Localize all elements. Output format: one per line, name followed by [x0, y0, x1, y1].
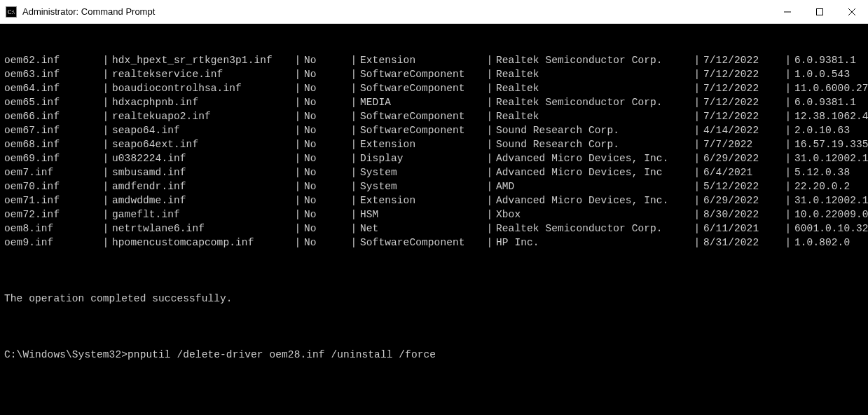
table-row: oem62.inf|hdx_hpext_sr_rtkgen3p1.inf|No|…: [4, 53, 868, 67]
driver-table: oem62.inf|hdx_hpext_sr_rtkgen3p1.inf|No|…: [4, 53, 868, 250]
col-version: 16.57.19.3353: [794, 137, 868, 151]
table-row: oem68.inf|seapo64ext.inf|No|Extension|So…: [4, 137, 868, 151]
col-class: Display: [360, 151, 483, 165]
col-date: 6/4/2021: [703, 165, 782, 179]
col-class: SoftwareComponent: [360, 109, 483, 123]
col-provider: Xbox: [496, 208, 691, 222]
col-date: 4/14/2022: [703, 123, 782, 137]
window-title: Administrator: Command Prompt: [22, 6, 771, 17]
col-inbox: No: [304, 137, 347, 151]
col-class: SoftwareComponent: [360, 236, 483, 250]
col-date: 7/7/2022: [703, 137, 782, 151]
col-date: 7/12/2022: [703, 53, 782, 67]
col-provider: Realtek Semiconductor Corp.: [496, 53, 691, 67]
col-date: 5/12/2022: [703, 179, 782, 193]
col-published-name: oem68.inf: [4, 137, 99, 151]
col-original-name: realtekservice.inf: [112, 67, 291, 81]
col-original-name: amdwddme.inf: [112, 193, 291, 208]
close-button[interactable]: [836, 0, 868, 23]
col-provider: Realtek Semiconductor Corp.: [496, 95, 691, 109]
col-class: Extension: [360, 53, 483, 67]
col-original-name: smbusamd.inf: [112, 165, 291, 179]
prompt-path: C:\Windows\System32>: [4, 349, 128, 360]
table-row: oem8.inf|netrtwlane6.inf|No|Net|Realtek …: [4, 222, 868, 236]
table-row: oem66.inf|realtekuapo2.inf|No|SoftwareCo…: [4, 109, 868, 123]
table-row: oem7.inf|smbusamd.inf|No|System|Advanced…: [4, 165, 868, 179]
table-row: oem72.inf|gameflt.inf|No|HSM|Xbox|8/30/2…: [4, 208, 868, 222]
col-original-name: gameflt.inf: [112, 208, 291, 222]
col-version: 12.38.1062.41: [794, 109, 868, 123]
col-date: 8/31/2022: [703, 236, 782, 250]
table-row: oem64.inf|boaudiocontrolhsa.inf|No|Softw…: [4, 81, 868, 95]
col-date: 7/12/2022: [703, 81, 782, 95]
col-provider: Advanced Micro Devices, Inc.: [496, 151, 691, 165]
col-provider: Realtek: [496, 81, 691, 95]
window-controls: [771, 0, 868, 23]
col-published-name: oem8.inf: [4, 222, 99, 236]
minimize-icon: [784, 8, 791, 15]
col-published-name: oem70.inf: [4, 179, 99, 193]
col-date: 6/29/2022: [703, 151, 782, 165]
maximize-button[interactable]: [804, 0, 836, 23]
col-class: HSM: [360, 208, 483, 222]
minimize-button[interactable]: [771, 0, 804, 23]
col-version: 6001.0.10.329: [794, 222, 868, 236]
titlebar[interactable]: C:\ Administrator: Command Prompt: [0, 0, 868, 24]
col-inbox: No: [304, 236, 347, 250]
col-inbox: No: [304, 165, 347, 179]
col-version: 5.12.0.38: [794, 165, 868, 179]
col-version: 31.0.12002.1002: [794, 151, 868, 165]
maximize-icon: [816, 8, 823, 15]
col-provider: Sound Research Corp.: [496, 123, 691, 137]
col-provider: Realtek: [496, 67, 691, 81]
col-inbox: No: [304, 179, 347, 193]
col-class: System: [360, 165, 483, 179]
table-row: oem70.inf|amdfendr.inf|No|System|AMD|5/1…: [4, 179, 868, 193]
col-original-name: hpomencustomcapcomp.inf: [112, 236, 291, 250]
col-published-name: oem72.inf: [4, 208, 99, 222]
col-provider: Realtek Semiconductor Corp.: [496, 222, 691, 236]
col-original-name: seapo64ext.inf: [112, 137, 291, 151]
col-original-name: realtekuapo2.inf: [112, 109, 291, 123]
table-row: oem69.inf|u0382224.inf|No|Display|Advanc…: [4, 151, 868, 165]
col-provider: Advanced Micro Devices, Inc.: [496, 193, 691, 208]
table-row: oem9.inf|hpomencustomcapcomp.inf|No|Soft…: [4, 236, 868, 250]
command-prompt-window: C:\ Administrator: Command Prompt oem62.…: [0, 0, 868, 415]
col-class: System: [360, 179, 483, 193]
col-published-name: oem65.inf: [4, 95, 99, 109]
col-original-name: seapo64.inf: [112, 123, 291, 137]
col-date: 7/12/2022: [703, 67, 782, 81]
col-date: 7/12/2022: [703, 109, 782, 123]
col-class: MEDIA: [360, 95, 483, 109]
col-date: 6/29/2022: [703, 193, 782, 208]
col-version: 1.0.802.0: [794, 236, 868, 250]
terminal-viewport[interactable]: oem62.inf|hdx_hpext_sr_rtkgen3p1.inf|No|…: [0, 24, 868, 415]
table-row: oem65.inf|hdxacphpnb.inf|No|MEDIA|Realte…: [4, 95, 868, 109]
col-inbox: No: [304, 151, 347, 165]
col-class: SoftwareComponent: [360, 81, 483, 95]
col-published-name: oem71.inf: [4, 193, 99, 208]
col-version: 11.0.6000.275: [794, 81, 868, 95]
prompt-line: C:\Windows\System32>pnputil /delete-driv…: [4, 348, 868, 362]
col-inbox: No: [304, 95, 347, 109]
col-provider: Sound Research Corp.: [496, 137, 691, 151]
col-inbox: No: [304, 123, 347, 137]
col-version: 22.20.0.2: [794, 179, 868, 193]
col-class: Extension: [360, 137, 483, 151]
col-published-name: oem7.inf: [4, 165, 99, 179]
col-original-name: boaudiocontrolhsa.inf: [112, 81, 291, 95]
col-published-name: oem9.inf: [4, 236, 99, 250]
col-inbox: No: [304, 109, 347, 123]
col-date: 8/30/2022: [703, 208, 782, 222]
col-version: 1.0.0.543: [794, 67, 868, 81]
col-inbox: No: [304, 222, 347, 236]
col-inbox: No: [304, 81, 347, 95]
col-published-name: oem69.inf: [4, 151, 99, 165]
col-date: 6/11/2021: [703, 222, 782, 236]
col-original-name: u0382224.inf: [112, 151, 291, 165]
col-original-name: hdxacphpnb.inf: [112, 95, 291, 109]
col-published-name: oem63.inf: [4, 67, 99, 81]
col-inbox: No: [304, 208, 347, 222]
close-icon: [848, 8, 855, 15]
col-inbox: No: [304, 67, 347, 81]
